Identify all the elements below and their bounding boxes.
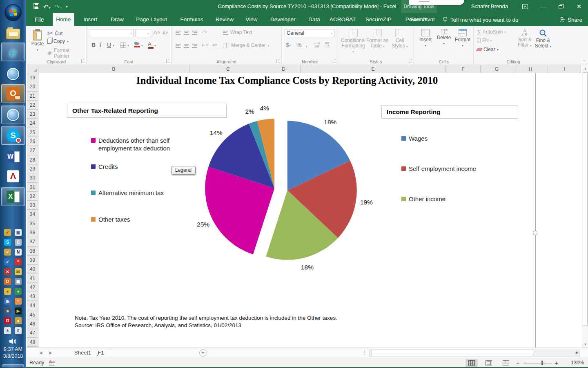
column-header-F[interactable]: F <box>446 65 481 73</box>
taskbar-communicator[interactable] <box>1 65 25 83</box>
cell-styles-button[interactable]: CellStyles ▾ <box>389 27 411 49</box>
tray-communicator-tray[interactable]: C <box>15 239 22 246</box>
horizontal-scroll-thumb[interactable] <box>372 350 533 356</box>
comma-style-button[interactable]: , <box>305 41 307 48</box>
tray-emblem[interactable]: ✓ <box>4 249 11 256</box>
ribbon-tab-review[interactable]: Review <box>211 13 238 26</box>
taskbar-file-explorer[interactable] <box>1 25 25 43</box>
format-cells-button[interactable]: Format▾ <box>453 27 472 48</box>
tray-skype-tray[interactable]: S <box>4 239 11 246</box>
legend-item[interactable]: Other taxes <box>91 215 189 223</box>
ribbon-tab-developer[interactable]: Developer <box>265 13 301 26</box>
tray-red-asterisk[interactable]: * <box>15 258 22 265</box>
ribbon-tab-format[interactable]: Format <box>401 13 437 26</box>
fill-color-dropdown[interactable]: ▾ <box>141 44 143 47</box>
new-sheet-button[interactable]: + <box>199 349 207 357</box>
vertical-scroll-thumb[interactable] <box>583 72 588 326</box>
zoom-in-button[interactable]: + <box>555 358 558 368</box>
underline-button[interactable]: U <box>107 42 111 48</box>
close-button[interactable]: ✕ <box>570 0 588 13</box>
select-all-corner[interactable] <box>27 65 38 73</box>
font-color-button[interactable]: A <box>148 41 154 49</box>
row-header-23[interactable]: 23 <box>27 110 38 119</box>
grow-font-button[interactable]: A˄ <box>154 29 160 36</box>
row-header-37[interactable]: 37 <box>27 237 38 246</box>
copy-button[interactable]: Copy ▾ <box>47 38 69 44</box>
row-header-27[interactable]: 27 <box>27 146 38 155</box>
styles-dialog-launcher[interactable] <box>409 59 412 63</box>
tell-me-box[interactable]: Tell me what you want to do <box>443 13 519 26</box>
column-header-E[interactable]: E <box>301 65 446 73</box>
legend-item[interactable]: Alternative minimum tax <box>91 189 189 197</box>
find-select-button[interactable]: Find &Select ▾ <box>534 27 552 49</box>
tab-splitter[interactable]: ⋮ <box>362 348 367 358</box>
decrease-decimal-button[interactable]: .00→.0 <box>323 42 330 48</box>
scroll-up-arrow[interactable]: ▲ <box>582 65 588 72</box>
row-header-31[interactable]: 31 <box>27 183 38 192</box>
zoom-out-button[interactable]: − <box>516 358 520 368</box>
underline-dropdown[interactable]: ▾ <box>113 44 114 47</box>
ribbon-tab-securezip[interactable]: SecureZIP <box>360 13 396 26</box>
ribbon-tab-home[interactable]: Home <box>53 13 74 26</box>
align-left-button[interactable] <box>176 43 181 48</box>
font-color-dropdown[interactable]: ▾ <box>154 44 156 47</box>
tray-portable-device[interactable]: ▣ <box>15 229 22 236</box>
column-header-D[interactable]: D <box>267 65 301 73</box>
tray-oracle[interactable]: O <box>4 317 11 324</box>
row-header-26[interactable]: 26 <box>27 137 38 146</box>
tray-cube[interactable]: ▣ <box>15 278 22 285</box>
page-layout-view-button[interactable] <box>483 359 495 367</box>
conditional-formatting-button[interactable]: ConditionalFormatting ▾ <box>341 27 366 54</box>
shrink-font-button[interactable]: A˅ <box>163 30 168 35</box>
clear-button[interactable]: Clear▾ <box>477 47 499 52</box>
increase-decimal-button[interactable]: ←.0.00 <box>314 42 320 48</box>
orientation-button[interactable]: ⟋▾ <box>202 29 207 34</box>
zoom-level[interactable]: 130% <box>571 358 584 368</box>
tray-outlook-tray[interactable]: O <box>4 278 11 285</box>
sheet-tab-sheet1[interactable]: Sheet1 <box>69 348 97 358</box>
ribbon-tab-page-layout[interactable]: Page Layout <box>131 13 173 26</box>
row-header-45[interactable]: 45 <box>27 310 38 319</box>
row-header-35[interactable]: 35 <box>27 219 38 228</box>
cut-button[interactable]: ✂Cut <box>47 29 62 37</box>
ribbon-tab-acrobat[interactable]: ACROBAT <box>327 13 358 26</box>
taskbar-acrobat[interactable]: Λ <box>1 167 25 186</box>
tray-av-blocked[interactable]: ✕ <box>4 268 11 275</box>
ribbon-tab-file[interactable]: File <box>29 13 50 26</box>
tray-disc[interactable]: ● <box>15 317 22 324</box>
number-format-combo[interactable]: General▾ <box>285 29 334 37</box>
row-header-47[interactable]: 47 <box>27 328 38 337</box>
row-header-39[interactable]: 39 <box>27 256 38 265</box>
taskbar-communicator-2[interactable] <box>1 105 25 124</box>
volume-icon[interactable] <box>0 339 26 346</box>
delete-cells-button[interactable]: ✕ Delete▾ <box>435 27 452 46</box>
taskbar-internet-explorer[interactable]: e <box>1 43 25 61</box>
macro-record-icon[interactable] <box>49 360 55 368</box>
restore-button[interactable] <box>552 0 570 13</box>
row-header-46[interactable]: 46 <box>27 319 38 328</box>
zoom-slider[interactable] <box>523 363 552 364</box>
page-break-view-button[interactable] <box>500 359 512 367</box>
sheet-nav-prev[interactable]: ◀ <box>39 348 42 358</box>
insert-cells-button[interactable]: Insert▾ <box>417 27 434 48</box>
alignment-dialog-launcher[interactable] <box>276 59 280 63</box>
fill-button[interactable]: ↓Fill▾ <box>477 38 492 43</box>
row-header-30[interactable]: 30 <box>27 173 38 182</box>
number-dialog-launcher[interactable] <box>333 59 336 63</box>
normal-view-button[interactable] <box>466 359 478 367</box>
tray-translator[interactable]: ⊞ <box>4 298 11 305</box>
row-header-21[interactable]: 21 <box>27 92 38 101</box>
paste-button[interactable]: Paste▾ <box>29 28 46 53</box>
tray-document[interactable]: ≡ <box>15 298 22 305</box>
font-name-combo[interactable]: ▾ <box>90 29 134 37</box>
taskbar-word[interactable]: W <box>1 147 25 166</box>
row-header-34[interactable]: 34 <box>27 210 38 219</box>
legend-item[interactable]: Self-employment income <box>401 165 508 173</box>
chart-resize-handle[interactable] <box>533 231 537 235</box>
taskbar-clock[interactable]: 9:37 AM 3/8/2018 <box>0 346 26 360</box>
borders-button[interactable] <box>120 43 126 48</box>
ribbon-tab-draw[interactable]: Draw <box>107 13 128 26</box>
row-header-38[interactable]: 38 <box>27 247 38 256</box>
fill-color-button[interactable] <box>134 42 140 47</box>
minimize-button[interactable]: — <box>534 0 552 13</box>
